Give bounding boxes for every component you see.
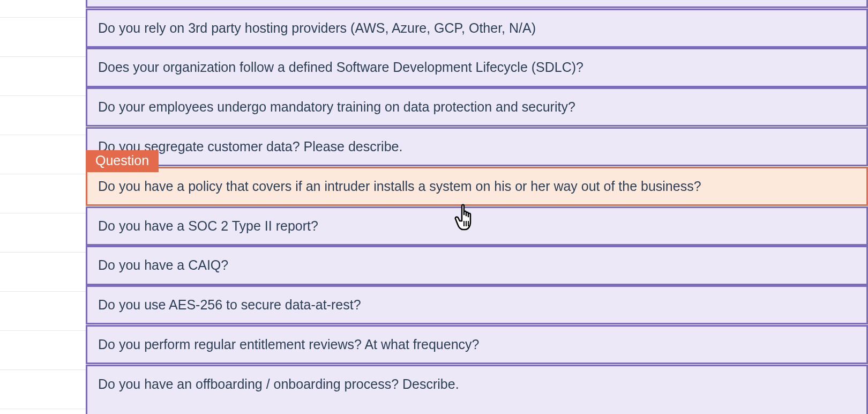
question-row[interactable]: Does your organization follow a defined …	[86, 48, 868, 87]
question-row[interactable]: Do you segregate customer data? Please d…	[86, 127, 868, 166]
gutter-cell	[0, 331, 86, 370]
question-text: Do you perform regular entitlement revie…	[98, 337, 479, 352]
question-text: Does your organization follow a defined …	[98, 60, 583, 75]
row-number-gutter	[0, 0, 86, 414]
question-text: Do you have an offboarding / onboarding …	[98, 376, 459, 391]
gutter-cell	[0, 253, 86, 292]
gutter-cell	[0, 0, 86, 18]
question-list: Do you have a BYOD policy? Do you rely o…	[86, 0, 868, 414]
gutter-cell	[0, 370, 86, 409]
question-row[interactable]: Do you have a SOC 2 Type II report?	[86, 206, 868, 246]
question-row[interactable]: Do you rely on 3rd party hosting provide…	[86, 9, 868, 48]
question-tag-label: Question	[86, 150, 159, 172]
gutter-cell	[0, 18, 86, 57]
question-row[interactable]: Do you have a BYOD policy?	[86, 0, 868, 8]
question-text: Do your employees undergo mandatory trai…	[98, 99, 575, 114]
question-row[interactable]: Do you have an offboarding / onboarding …	[86, 365, 868, 414]
question-row[interactable]: Do you use AES-256 to secure data-at-res…	[86, 285, 868, 324]
gutter-cell	[0, 96, 86, 135]
gutter-cell	[0, 213, 86, 253]
gutter-cell	[0, 135, 86, 174]
question-text: Do you rely on 3rd party hosting provide…	[98, 20, 536, 35]
question-text: Do you have a SOC 2 Type II report?	[98, 218, 318, 233]
question-row-highlighted[interactable]: Question Do you have a policy that cover…	[86, 167, 868, 206]
gutter-cell	[0, 174, 86, 213]
gutter-cell	[0, 57, 86, 96]
question-text: Do you use AES-256 to secure data-at-res…	[98, 297, 361, 312]
question-text: Do you have a policy that covers if an i…	[98, 179, 701, 194]
question-row[interactable]: Do you perform regular entitlement revie…	[86, 325, 868, 364]
question-row[interactable]: Do your employees undergo mandatory trai…	[86, 87, 868, 127]
question-row[interactable]: Do you have a CAIQ?	[86, 246, 868, 285]
gutter-cell	[0, 292, 86, 331]
question-text: Do you have a CAIQ?	[98, 257, 228, 272]
